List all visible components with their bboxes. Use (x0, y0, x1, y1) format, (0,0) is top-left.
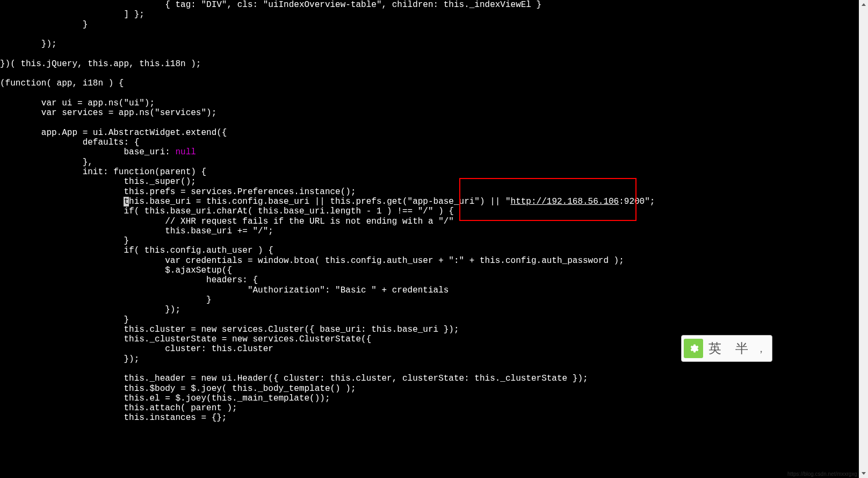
code-block: { tag: "DIV", cls: "uiIndexOverview-tabl… (0, 0, 780, 423)
vertical-scrollbar[interactable] (859, 0, 868, 478)
scroll-up-button[interactable] (859, 0, 868, 9)
gear-icon (688, 343, 699, 354)
ime-toolbar[interactable]: 英 半 ， (681, 335, 772, 362)
ime-settings-button[interactable] (684, 339, 703, 358)
ime-mode-label: 英 半 (703, 340, 756, 357)
code-editor[interactable]: { tag: "DIV", cls: "uiIndexOverview-tabl… (0, 0, 780, 478)
ime-punctuation-label: ， (756, 341, 772, 356)
chevron-up-icon (862, 3, 866, 6)
chevron-down-icon (862, 472, 866, 475)
watermark-text: https://blog.csdn.net/mxxrgxg (787, 471, 857, 477)
scroll-down-button[interactable] (859, 469, 868, 478)
